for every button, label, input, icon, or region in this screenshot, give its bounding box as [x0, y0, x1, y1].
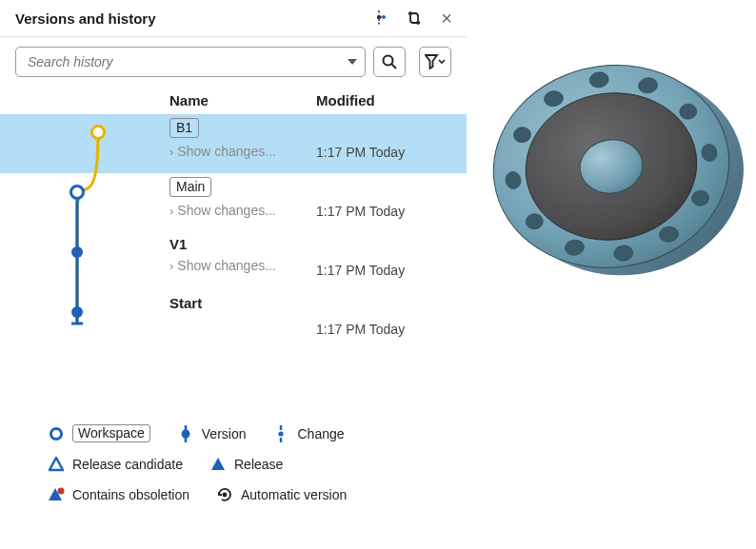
release-candidate-icon	[48, 456, 65, 473]
modified-time: 1:17 PM Today	[316, 236, 467, 278]
chevron-right-icon: ›	[169, 145, 173, 159]
legend: Workspace Version	[0, 407, 467, 517]
show-changes-toggle[interactable]: › Show changes...	[169, 258, 316, 273]
filter-button[interactable]	[419, 47, 451, 77]
column-header-name[interactable]: Name	[169, 92, 316, 108]
workspace-icon	[48, 425, 65, 442]
legend-change: Change	[272, 425, 344, 442]
branch-badge: Main	[169, 177, 211, 197]
svg-line-6	[392, 65, 397, 69]
legend-contains-obsoletion: Contains obsoletion	[48, 486, 189, 503]
show-changes-toggle[interactable]: › Show changes...	[169, 203, 316, 218]
automatic-version-icon	[216, 486, 233, 503]
3d-viewport[interactable]	[467, 0, 756, 549]
version-row-b1[interactable]: B1 › Show changes... 1:17 PM Today	[0, 114, 467, 173]
search-row	[0, 37, 467, 88]
show-changes-label: Show changes...	[177, 258, 276, 273]
legend-version: Version	[177, 425, 247, 442]
compare-icon[interactable]	[404, 8, 425, 29]
show-changes-label: Show changes...	[177, 203, 276, 218]
svg-point-17	[279, 431, 284, 436]
version-row-start[interactable]: Start 1:17 PM Today	[0, 291, 467, 350]
version-row-main[interactable]: Main › Show changes... 1:17 PM Today	[0, 173, 467, 232]
chevron-right-icon: ›	[169, 259, 173, 273]
legend-workspace: Workspace	[48, 424, 150, 442]
release-icon	[209, 456, 227, 473]
obsoletion-icon	[48, 486, 65, 503]
svg-point-5	[384, 56, 393, 66]
legend-release: Release	[209, 456, 283, 473]
legend-release-candidate: Release candidate	[48, 456, 183, 473]
version-name: Start	[169, 295, 202, 311]
versions-history-panel: Versions and history ×	[0, 0, 467, 549]
svg-point-19	[58, 488, 65, 495]
version-row-v1[interactable]: V1 › Show changes... 1:17 PM Today	[0, 232, 467, 291]
modified-time: 1:17 PM Today	[316, 118, 467, 160]
svg-point-1	[377, 15, 381, 19]
version-name: V1	[169, 236, 187, 252]
branch-badge: B1	[169, 118, 199, 138]
show-changes-toggle[interactable]: › Show changes...	[169, 144, 316, 159]
column-header-modified[interactable]: Modified	[316, 92, 467, 108]
version-icon	[177, 425, 194, 442]
change-icon	[272, 425, 289, 442]
legend-automatic-version: Automatic version	[216, 486, 347, 503]
search-button[interactable]	[373, 47, 406, 77]
modified-time: 1:17 PM Today	[316, 177, 467, 219]
flange-part-render	[478, 29, 745, 314]
panel-title: Versions and history	[15, 10, 371, 27]
create-branch-icon[interactable]	[371, 8, 392, 29]
search-input[interactable]	[16, 54, 340, 69]
svg-point-20	[223, 493, 228, 498]
modified-time: 1:17 PM Today	[316, 295, 467, 337]
table-header-row: Name Modified	[0, 88, 467, 114]
panel-header: Versions and history ×	[0, 0, 467, 37]
header-icon-group: ×	[371, 8, 457, 29]
svg-point-13	[51, 428, 62, 439]
version-rows: B1 › Show changes... 1:17 PM Today Main …	[0, 114, 467, 350]
close-icon[interactable]: ×	[436, 8, 457, 29]
search-dropdown-caret-icon[interactable]	[340, 59, 365, 65]
chevron-right-icon: ›	[169, 204, 173, 218]
show-changes-label: Show changes...	[177, 144, 276, 159]
svg-point-15	[181, 429, 189, 438]
search-field-wrap[interactable]	[15, 47, 366, 77]
